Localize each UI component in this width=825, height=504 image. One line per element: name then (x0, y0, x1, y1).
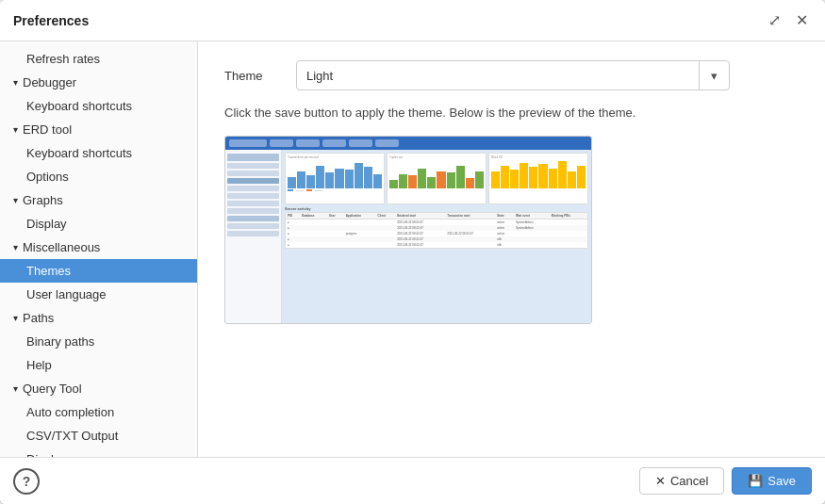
chevron-down-icon: ▾ (711, 69, 718, 83)
csv-txt-output-label: CSV/TXT Output (26, 429, 118, 443)
chevron-down-icon: ▾ (13, 313, 18, 323)
themes-label: Themes (26, 264, 71, 278)
erd-tool-label: ERD tool (23, 122, 72, 137)
binary-paths-label: Binary paths (26, 334, 94, 349)
titlebar-actions: ⤢ ✕ (765, 9, 812, 31)
graphs-display-label: Display (26, 217, 67, 231)
preview-main: Transactions per second (282, 150, 591, 323)
theme-row: Theme Light ▾ (224, 60, 799, 90)
chevron-down-icon: ▾ (13, 242, 18, 252)
sidebar-item-graphs-display[interactable]: Display (0, 212, 197, 236)
theme-select[interactable]: Light ▾ (296, 60, 730, 90)
preview-bar-menu2 (296, 139, 320, 147)
sidebar-item-query-tool[interactable]: ▾ Query Tool (0, 377, 197, 400)
debugger-label: Debugger (23, 75, 76, 89)
preview-bar-menu4 (349, 139, 372, 147)
sidebar-item-miscellaneous[interactable]: ▾ Miscellaneous (0, 236, 197, 259)
sidebar-item-erd-options[interactable]: Options (0, 165, 197, 188)
sidebar-item-debugger-keyboard[interactable]: Keyboard shortcuts (0, 94, 197, 118)
sidebar-item-refresh-rates[interactable]: Refresh rates (0, 47, 197, 71)
preview-bar-logo (229, 139, 267, 147)
chevron-down-icon: ▾ (13, 77, 18, 88)
cancel-icon: ✕ (655, 474, 666, 488)
sidebar-item-graphs[interactable]: ▾ Graphs (0, 188, 197, 212)
cancel-label: Cancel (670, 474, 708, 488)
sidebar-item-themes[interactable]: Themes (0, 259, 197, 283)
sidebar-item-paths[interactable]: ▾ Paths (0, 306, 197, 330)
theme-description: Click the save button to apply the theme… (224, 104, 799, 122)
graphs-label: Graphs (23, 193, 63, 207)
footer: ? ✕ Cancel 💾 Save (0, 457, 825, 504)
preview-bar-menu1 (270, 139, 293, 147)
main-area: Refresh rates ▾ Debugger Keyboard shortc… (0, 41, 825, 457)
sidebar-item-debugger[interactable]: ▾ Debugger (0, 71, 197, 94)
preview-sidebar (225, 150, 282, 323)
help-icon: ? (23, 474, 31, 489)
theme-label: Theme (224, 69, 281, 83)
user-language-label: User language (26, 287, 107, 301)
save-button[interactable]: 💾 Save (732, 467, 812, 495)
query-tool-label: Query Tool (23, 382, 82, 396)
theme-preview: Transactions per second (224, 136, 592, 324)
sidebar-item-binary-paths[interactable]: Binary paths (0, 330, 197, 353)
preview-bar-menu3 (322, 139, 346, 147)
chevron-down-icon: ▾ (13, 124, 18, 135)
miscellaneous-label: Miscellaneous (23, 240, 100, 254)
sidebar-item-auto-completion[interactable]: Auto completion (0, 400, 197, 424)
auto-completion-label: Auto completion (26, 405, 114, 419)
titlebar: Preferences ⤢ ✕ (0, 0, 825, 41)
expand-button[interactable]: ⤢ (765, 9, 784, 31)
sidebar-item-display[interactable]: Display (0, 447, 197, 457)
sidebar: Refresh rates ▾ Debugger Keyboard shortc… (0, 41, 198, 457)
dialog-title: Preferences (13, 13, 89, 28)
content-area: Theme Light ▾ Click the save button to a… (198, 41, 825, 457)
sidebar-item-help[interactable]: Help (0, 353, 197, 377)
preview-content: Transactions per second (225, 137, 591, 323)
cancel-button[interactable]: ✕ Cancel (639, 467, 724, 495)
close-icon: ✕ (796, 12, 808, 28)
sidebar-item-erd-keyboard[interactable]: Keyboard shortcuts (0, 141, 197, 165)
save-icon: 💾 (748, 474, 763, 488)
theme-select-dropdown-arrow[interactable]: ▾ (699, 61, 729, 89)
sidebar-item-erd-tool[interactable]: ▾ ERD tool (0, 118, 197, 141)
chevron-down-icon: ▾ (13, 383, 18, 394)
help-button[interactable]: ? (13, 468, 40, 495)
preview-charts-row: Transactions per second (285, 153, 588, 204)
erd-options-label: Options (26, 170, 69, 184)
debugger-keyboard-label: Keyboard shortcuts (26, 99, 132, 113)
footer-buttons: ✕ Cancel 💾 Save (639, 467, 812, 495)
sidebar-item-user-language[interactable]: User language (0, 283, 197, 306)
paths-label: Paths (23, 311, 54, 325)
preferences-dialog: Preferences ⤢ ✕ Refresh rates ▾ Debugger… (0, 0, 825, 504)
close-button[interactable]: ✕ (792, 9, 812, 31)
refresh-rates-label: Refresh rates (26, 52, 100, 66)
erd-keyboard-label: Keyboard shortcuts (26, 146, 132, 160)
preview-body: Transactions per second (225, 150, 591, 323)
theme-select-value: Light (297, 69, 699, 83)
save-label: Save (767, 474, 796, 488)
preview-top-bar (225, 137, 591, 150)
preview-bar-menu5 (375, 139, 399, 147)
expand-icon: ⤢ (768, 12, 781, 28)
chevron-down-icon: ▾ (13, 195, 18, 205)
help-label: Help (26, 358, 52, 372)
sidebar-item-csv-txt-output[interactable]: CSV/TXT Output (0, 424, 197, 447)
